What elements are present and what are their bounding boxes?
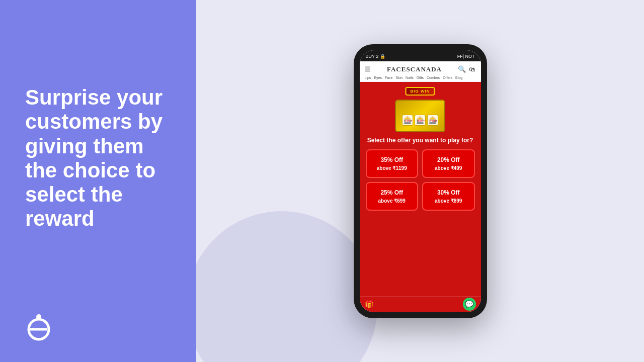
- offer-1-condition: above ₹1199: [370, 164, 415, 172]
- logo-icon: [25, 312, 53, 342]
- nav-link-eyes[interactable]: Eyes: [374, 76, 382, 79]
- whatsapp-icon: 💬: [465, 300, 473, 308]
- brand-name: FACESCANADA: [387, 65, 442, 73]
- phone-screen: BUY 2 🔒 FF| NOT ☰ FACESCANADA 🔍 🛍 Lips E…: [360, 50, 481, 312]
- offer-prompt-text: Select the offer you want to play for?: [367, 136, 473, 145]
- decorative-circle: [196, 211, 377, 362]
- svg-point-2: [36, 314, 41, 319]
- offer-3-percent: 25% Off: [370, 188, 415, 197]
- navbar-top: ☰ FACESCANADA 🔍 🛍: [365, 65, 476, 73]
- nav-link-combos[interactable]: Combos: [427, 76, 440, 79]
- right-panel: BUY 2 🔒 FF| NOT ☰ FACESCANADA 🔍 🛍 Lips E…: [196, 0, 644, 362]
- offer-3-condition: above ₹699: [370, 197, 415, 205]
- whatsapp-button[interactable]: 💬: [463, 298, 476, 311]
- nav-link-lips[interactable]: Lips: [365, 76, 371, 79]
- offer-card-2[interactable]: 20% Off above ₹499: [422, 149, 475, 178]
- offer-card-1[interactable]: 35% Off above ₹1199: [366, 149, 419, 178]
- ecommify-logo: [25, 312, 171, 342]
- offer-2-condition: above ₹499: [426, 164, 471, 172]
- nav-link-skin[interactable]: Skin: [395, 76, 403, 79]
- big-win-sign: BIG WIN: [406, 87, 435, 96]
- gift-icon[interactable]: 🎁: [365, 300, 373, 308]
- headline-text: Surprise your customers by giving them t…: [25, 85, 171, 231]
- offer-4-condition: above ₹899: [426, 197, 471, 205]
- bottom-bar: 🎁 💬: [360, 296, 481, 312]
- left-panel: Surprise your customers by giving them t…: [0, 0, 196, 362]
- slot-machine-graphic: BIG WIN 🎰 🎰 🎰: [392, 87, 448, 132]
- status-right: FF| NOT: [457, 54, 475, 59]
- nav-link-gifts[interactable]: Gifts: [417, 76, 424, 79]
- cart-icon[interactable]: 🛍: [469, 65, 475, 73]
- nav-icons: 🔍 🛍: [458, 65, 475, 73]
- nav-link-nails[interactable]: Nails: [406, 76, 414, 79]
- phone-content: BIG WIN 🎰 🎰 🎰 Select the offer you want …: [360, 82, 481, 296]
- slot-reels: 🎰 🎰 🎰: [402, 115, 438, 126]
- nav-link-offers[interactable]: Offers: [443, 76, 452, 79]
- nav-link-blog[interactable]: Blog: [455, 76, 462, 79]
- offer-4-percent: 30% Off: [426, 188, 471, 197]
- nav-link-face[interactable]: Face: [385, 76, 393, 79]
- offer-2-percent: 20% Off: [426, 155, 471, 164]
- phone-mockup: BUY 2 🔒 FF| NOT ☰ FACESCANADA 🔍 🛍 Lips E…: [354, 44, 487, 318]
- slot-base: 🎰 🎰 🎰: [395, 100, 445, 132]
- nav-links: Lips Eyes Face Skin Nails Gifts Combos O…: [365, 76, 476, 79]
- offer-grid: 35% Off above ₹1199 20% Off above ₹499 2…: [366, 149, 475, 211]
- reel-3: 🎰: [427, 115, 438, 126]
- reel-2: 🎰: [415, 115, 426, 126]
- offer-1-percent: 35% Off: [370, 155, 415, 164]
- phone-notch: [405, 50, 435, 53]
- hamburger-icon[interactable]: ☰: [365, 65, 371, 73]
- navbar: ☰ FACESCANADA 🔍 🛍 Lips Eyes Face Skin Na…: [360, 61, 481, 82]
- offer-card-3[interactable]: 25% Off above ₹699: [366, 182, 419, 211]
- offer-card-4[interactable]: 30% Off above ₹899: [422, 182, 475, 211]
- reel-1: 🎰: [402, 115, 413, 126]
- status-left: BUY 2 🔒: [366, 54, 385, 59]
- search-icon[interactable]: 🔍: [458, 65, 466, 73]
